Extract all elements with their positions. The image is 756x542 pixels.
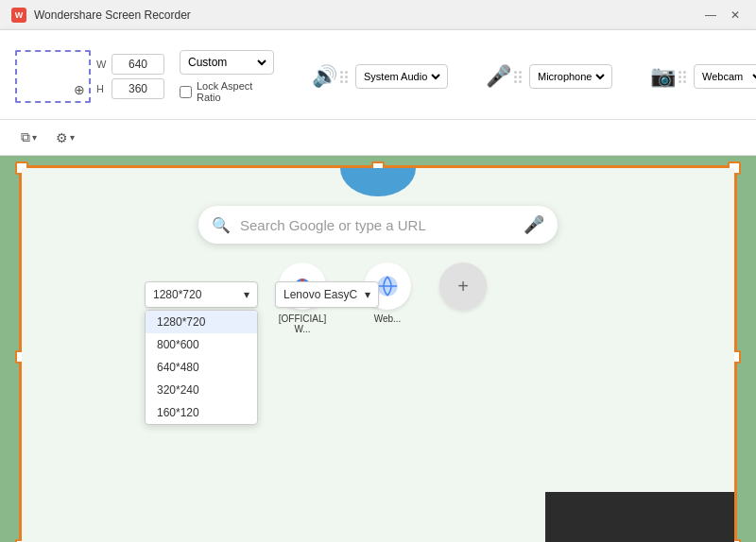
browser-background: 🔍 Search Google or type a URL 🎤 [22,168,734,542]
resolution-chevron-icon: ▾ [244,288,249,301]
lock-aspect-checkbox[interactable] [180,86,192,98]
webcam-dropdown[interactable]: Webcam [694,64,756,89]
minimize-button[interactable]: — [701,6,720,25]
bottom-toolbar: ⧉ ▾ ⚙ ▾ [0,120,756,156]
lock-aspect-control: Lock Aspect Ratio [180,80,274,103]
search-bar[interactable]: 🔍 Search Google or type a URL 🎤 [198,206,558,244]
custom-dropdown-section: Custom Lock Aspect Ratio [180,50,274,103]
microphone-icon-group: 🎤 [486,64,522,89]
dashed-selection-rect[interactable]: ⊕ [15,50,91,103]
settings-icon: ⚙ [56,130,68,145]
app-icon: W [11,8,26,23]
webcam-dots [679,71,686,83]
app-icon-label-2: Web... [354,313,421,324]
app-title: Wondershare Screen Recorder [34,8,701,22]
resolution-dropdown-list: 1280*720 800*600 640*480 320*240 160*120 [145,310,258,425]
res-option-4[interactable]: 160*120 [146,401,257,424]
system-audio-icon-row: 🔊 [312,64,348,89]
dark-content-strip [545,492,734,542]
lock-aspect-label: Lock Aspect Ratio [197,80,274,103]
lenovo-chevron-icon: ▾ [365,288,370,301]
system-audio-select[interactable]: System Audio [360,70,443,83]
microphone-control: 🎤 Microphone [486,64,612,89]
settings-tool[interactable]: ⚙ ▾ [50,127,80,149]
webcam-control: 📷 Webcam [650,64,756,89]
app-icon-label-1: [OFFICIAL] W... [269,313,335,334]
control-row: ⊕ W H Custom Lock A [15,43,741,110]
voice-search-icon: 🎤 [524,214,544,235]
res-option-2[interactable]: 640*480 [146,356,257,379]
res-option-3[interactable]: 320*240 [146,379,257,401]
area-selector: ⊕ W H [15,50,164,103]
add-app-button[interactable]: + [439,263,487,310]
custom-dropdown[interactable]: Custom [180,50,274,75]
mic-dots [514,71,522,83]
width-input[interactable] [112,54,164,75]
search-icon: 🔍 [212,216,231,234]
window-controls: — ✕ [701,6,745,25]
custom-select[interactable]: Custom [184,55,269,70]
lenovo-dropdown-label: Lenovo EasyC [284,288,357,301]
main-content: 🔍 Search Google or type a URL 🎤 [0,156,756,542]
webcam-select[interactable]: Webcam [698,70,756,83]
height-label: H [96,83,108,94]
screenshot-chevron-icon: ▾ [32,132,37,143]
resolution-selected-label: 1280*720 [153,288,201,301]
microphone-icon-row: 🎤 [486,64,522,89]
settings-chevron-icon: ▾ [70,132,75,143]
lenovo-dropdown[interactable]: Lenovo EasyC ▾ [275,281,379,308]
search-placeholder: Search Google or type a URL [240,217,514,233]
resolution-dropdown-overlay: 1280*720 ▾ 1280*720 800*600 640*480 320*… [145,281,258,425]
screenshot-tool[interactable]: ⧉ ▾ [15,126,43,149]
system-audio-control: 🔊 System Audio [312,64,448,89]
width-row: W [96,54,164,75]
webcam-icon-row: 📷 [650,64,686,89]
screenshot-icon: ⧉ [21,129,30,145]
webcam-icon-group: 📷 [650,64,686,89]
height-row: H [96,78,164,99]
width-label: W [96,59,108,70]
close-button[interactable]: ✕ [726,6,745,25]
microphone-select[interactable]: Microphone [534,70,608,83]
control-panel: ⊕ W H Custom Lock A [0,30,756,120]
microphone-dropdown[interactable]: Microphone [529,64,612,89]
webcam-icon: 📷 [650,64,676,89]
move-cursor-icon: ⊕ [74,82,85,97]
speaker-icon: 🔊 [312,64,337,89]
microphone-icon: 🎤 [486,64,511,89]
resolution-selected[interactable]: 1280*720 ▾ [145,281,258,308]
dimension-inputs: W H [96,54,164,99]
res-option-0[interactable]: 1280*720 [146,311,257,333]
system-audio-dropdown[interactable]: System Audio [355,64,448,89]
res-option-1[interactable]: 800*600 [146,333,257,356]
system-audio-icon-group: 🔊 [312,64,348,89]
blue-circle-decoration [340,168,416,196]
speaker-dots [340,71,348,83]
title-bar: W Wondershare Screen Recorder — ✕ [0,0,756,30]
height-input[interactable] [112,78,164,99]
